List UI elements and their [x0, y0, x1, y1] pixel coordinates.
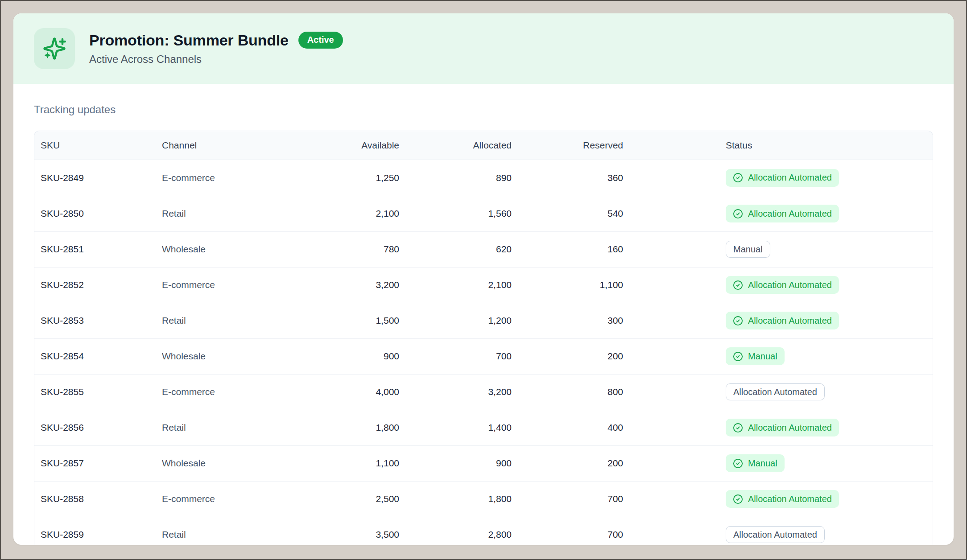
- table-header: SKU Channel Available Allocated Reserved…: [34, 131, 933, 160]
- status-cell: Manual: [629, 231, 933, 267]
- status-badge: Allocation Automated: [726, 419, 839, 436]
- sku-cell: SKU-2855: [34, 374, 156, 410]
- table-row[interactable]: SKU-2852 E-commerce 3,200 2,100 1,100 Al…: [34, 267, 933, 303]
- page-subtitle: Active Across Channels: [89, 52, 343, 66]
- promotion-card: Promotion: Summer Bundle Active Active A…: [13, 13, 954, 545]
- promotion-header: Promotion: Summer Bundle Active Active A…: [13, 13, 954, 84]
- reserved-cell: 300: [518, 303, 629, 338]
- allocated-cell: 3,200: [405, 374, 518, 410]
- status-cell: Allocation Automated: [629, 267, 933, 303]
- table-row[interactable]: SKU-2859 Retail 3,500 2,800 700 Allocati…: [34, 517, 933, 545]
- check-circle-icon: [733, 423, 743, 433]
- status-badge-label: Manual: [748, 458, 777, 469]
- sku-cell: SKU-2856: [34, 410, 156, 445]
- table-row[interactable]: SKU-2858 E-commerce 2,500 1,800 700 Allo…: [34, 481, 933, 517]
- channel-cell: E-commerce: [156, 481, 281, 517]
- allocated-cell: 890: [405, 160, 518, 196]
- check-circle-icon: [733, 316, 743, 326]
- status-cell: Allocation Automated: [629, 160, 933, 196]
- column-header-reserved: Reserved: [518, 131, 629, 160]
- available-cell: 4,000: [281, 374, 405, 410]
- status-badge-label: Allocation Automated: [748, 280, 832, 290]
- status-badge: Allocation Automated: [726, 526, 825, 543]
- channel-cell: Retail: [156, 303, 281, 338]
- available-cell: 780: [281, 231, 405, 267]
- available-cell: 1,500: [281, 303, 405, 338]
- column-header-allocated: Allocated: [405, 131, 518, 160]
- available-cell: 3,200: [281, 267, 405, 303]
- table-row[interactable]: SKU-2851 Wholesale 780 620 160 Manual: [34, 231, 933, 267]
- allocated-cell: 2,800: [405, 517, 518, 545]
- active-status-badge: Active: [298, 32, 343, 49]
- status-badge: Manual: [726, 347, 785, 365]
- status-cell: Allocation Automated: [629, 481, 933, 517]
- reserved-cell: 200: [518, 338, 629, 374]
- promotion-icon-tile: [34, 28, 75, 69]
- column-header-channel: Channel: [156, 131, 281, 160]
- column-header-status: Status: [629, 131, 933, 160]
- status-badge: Allocation Automated: [726, 490, 839, 508]
- table-row[interactable]: SKU-2849 E-commerce 1,250 890 360 Alloca…: [34, 160, 933, 196]
- available-cell: 2,100: [281, 196, 405, 231]
- content-area: Tracking updates SKU Channel Available A…: [13, 103, 954, 545]
- check-circle-icon: [733, 173, 743, 183]
- reserved-cell: 200: [518, 445, 629, 481]
- status-cell: Allocation Automated: [629, 410, 933, 445]
- check-circle-icon: [733, 209, 743, 219]
- sparkles-icon: [42, 37, 66, 61]
- channel-cell: E-commerce: [156, 267, 281, 303]
- status-badge-label: Allocation Automated: [748, 316, 832, 326]
- status-cell: Allocation Automated: [629, 374, 933, 410]
- available-cell: 1,100: [281, 445, 405, 481]
- status-badge-label: Allocation Automated: [748, 423, 832, 433]
- column-header-sku: SKU: [34, 131, 156, 160]
- allocated-cell: 1,560: [405, 196, 518, 231]
- status-cell: Allocation Automated: [629, 303, 933, 338]
- status-badge: Allocation Automated: [726, 383, 825, 400]
- status-badge: Allocation Automated: [726, 205, 839, 222]
- available-cell: 3,500: [281, 517, 405, 545]
- status-badge: Manual: [726, 241, 770, 258]
- channel-cell: Retail: [156, 517, 281, 545]
- allocated-cell: 2,100: [405, 267, 518, 303]
- channel-cell: E-commerce: [156, 374, 281, 410]
- table-row[interactable]: SKU-2850 Retail 2,100 1,560 540 Allocati…: [34, 196, 933, 231]
- sku-cell: SKU-2849: [34, 160, 156, 196]
- table-row[interactable]: SKU-2853 Retail 1,500 1,200 300 Allocati…: [34, 303, 933, 338]
- table-row[interactable]: SKU-2854 Wholesale 900 700 200 Manual: [34, 338, 933, 374]
- section-title: Tracking updates: [34, 103, 933, 116]
- status-badge: Manual: [726, 454, 785, 472]
- table-body: SKU-2849 E-commerce 1,250 890 360 Alloca…: [34, 160, 933, 545]
- sku-cell: SKU-2853: [34, 303, 156, 338]
- allocated-cell: 1,400: [405, 410, 518, 445]
- sku-cell: SKU-2854: [34, 338, 156, 374]
- reserved-cell: 700: [518, 481, 629, 517]
- allocated-cell: 1,800: [405, 481, 518, 517]
- status-cell: Allocation Automated: [629, 196, 933, 231]
- sku-cell: SKU-2857: [34, 445, 156, 481]
- channel-cell: Wholesale: [156, 445, 281, 481]
- status-badge: Allocation Automated: [726, 312, 839, 329]
- channel-cell: Wholesale: [156, 338, 281, 374]
- reserved-cell: 1,100: [518, 267, 629, 303]
- table-row[interactable]: SKU-2855 E-commerce 4,000 3,200 800 Allo…: [34, 374, 933, 410]
- status-badge-label: Manual: [748, 351, 777, 362]
- status-badge: Allocation Automated: [726, 169, 839, 187]
- allocated-cell: 620: [405, 231, 518, 267]
- promotion-header-text: Promotion: Summer Bundle Active Active A…: [89, 31, 343, 66]
- status-badge-label: Allocation Automated: [748, 494, 832, 504]
- status-badge-label: Allocation Automated: [733, 530, 817, 540]
- sku-cell: SKU-2859: [34, 517, 156, 545]
- check-circle-icon: [733, 280, 743, 290]
- check-circle-icon: [733, 494, 743, 504]
- status-badge-label: Allocation Automated: [748, 173, 832, 183]
- sku-cell: SKU-2852: [34, 267, 156, 303]
- table-row[interactable]: SKU-2856 Retail 1,800 1,400 400 Allocati…: [34, 410, 933, 445]
- channel-cell: E-commerce: [156, 160, 281, 196]
- sku-cell: SKU-2858: [34, 481, 156, 517]
- check-circle-icon: [733, 351, 743, 362]
- reserved-cell: 700: [518, 517, 629, 545]
- status-cell: Allocation Automated: [629, 517, 933, 545]
- table-row[interactable]: SKU-2857 Wholesale 1,100 900 200 Manual: [34, 445, 933, 481]
- reserved-cell: 400: [518, 410, 629, 445]
